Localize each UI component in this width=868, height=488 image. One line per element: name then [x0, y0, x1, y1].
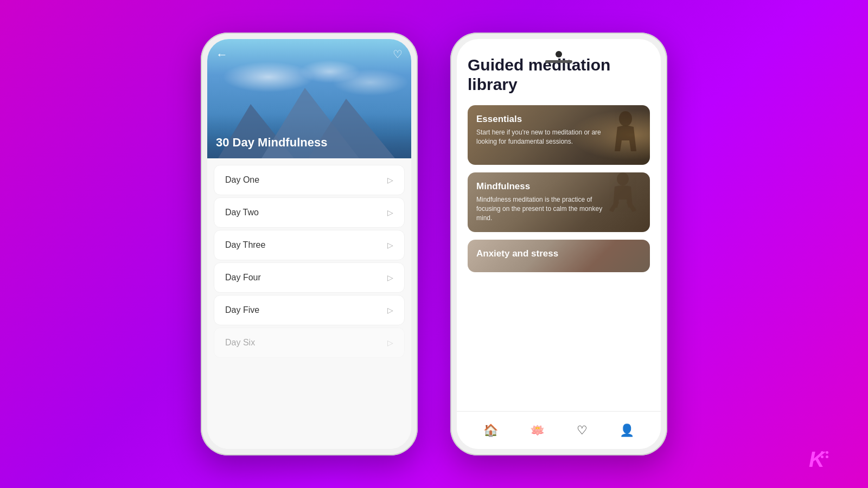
- day-label-3: Day Three: [225, 240, 265, 250]
- essentials-desc: Start here if you're new to meditation o…: [476, 128, 607, 146]
- day-label-4: Day Four: [225, 273, 261, 282]
- phone-2: Guided meditation library Essentials Sta…: [450, 33, 667, 455]
- logo-dot-2: [826, 451, 828, 454]
- favorite-button[interactable]: ♡: [393, 48, 403, 61]
- knowtechie-logo: K: [809, 447, 825, 472]
- home-icon: 🏠: [483, 423, 498, 438]
- nav-profile[interactable]: 👤: [615, 419, 639, 442]
- day-label-5: Day Five: [225, 305, 259, 315]
- nav-favorites[interactable]: ♡: [572, 419, 592, 442]
- library-content: Guided meditation library Essentials Sta…: [457, 39, 661, 411]
- play-icon-3[interactable]: ▷: [387, 241, 393, 249]
- play-icon-5[interactable]: ▷: [387, 306, 393, 314]
- days-list: Day One ▷ Day Two ▷ Day Three ▷ Day Four…: [207, 158, 411, 449]
- phone-2-screen: Guided meditation library Essentials Sta…: [457, 39, 661, 449]
- day-item-6: Day Six ▷: [214, 328, 405, 358]
- day-item-4[interactable]: Day Four ▷: [214, 262, 405, 293]
- back-button[interactable]: ←: [216, 48, 228, 62]
- favorites-icon: ♡: [577, 423, 588, 438]
- day-label-6: Day Six: [225, 338, 255, 348]
- card-anxiety-content: Anxiety and stress: [468, 240, 650, 271]
- logo-dot-4: [826, 455, 828, 458]
- essentials-title: Essentials: [476, 114, 641, 125]
- phone-2-speaker: [545, 60, 572, 63]
- screen-2-content: Guided meditation library Essentials Sta…: [457, 39, 661, 449]
- bottom-navigation: 🏠 🪷 ♡ 👤: [457, 411, 661, 449]
- card-essentials-content: Essentials Start here if you're new to m…: [468, 105, 650, 155]
- anxiety-title: Anxiety and stress: [476, 248, 641, 259]
- phone-1-screen: ← ♡ 30 Day Mindfulness Day One ▷ Day Two…: [207, 39, 411, 449]
- card-mindfulness[interactable]: Mindfulness Mindfulness meditation is th…: [468, 172, 650, 232]
- day-item-5[interactable]: Day Five ▷: [214, 295, 405, 325]
- day-item-2[interactable]: Day Two ▷: [214, 197, 405, 228]
- play-icon-4[interactable]: ▷: [387, 273, 393, 282]
- phone-1: ← ♡ 30 Day Mindfulness Day One ▷ Day Two…: [201, 33, 418, 455]
- day-item-1[interactable]: Day One ▷: [214, 165, 405, 195]
- nav-meditate[interactable]: 🪷: [526, 419, 549, 442]
- play-icon-6: ▷: [387, 338, 393, 347]
- profile-icon: 👤: [620, 423, 634, 438]
- card-essentials[interactable]: Essentials Start here if you're new to m…: [468, 105, 650, 165]
- day-item-3[interactable]: Day Three ▷: [214, 230, 405, 260]
- phones-container: ← ♡ 30 Day Mindfulness Day One ▷ Day Two…: [201, 33, 667, 455]
- mindfulness-desc: Mindfulness meditation is the practice o…: [476, 195, 607, 222]
- card-anxiety[interactable]: Anxiety and stress: [468, 240, 650, 272]
- screen-1-content: ← ♡ 30 Day Mindfulness Day One ▷ Day Two…: [207, 39, 411, 449]
- nav-home[interactable]: 🏠: [479, 419, 502, 442]
- phone-2-camera: [556, 51, 562, 57]
- meditate-icon: 🪷: [530, 423, 545, 438]
- day-label-2: Day Two: [225, 208, 259, 217]
- course-title: 30 Day Mindfulness: [216, 136, 327, 150]
- play-icon-1[interactable]: ▷: [387, 176, 393, 184]
- day-label-1: Day One: [225, 175, 259, 185]
- play-icon-2[interactable]: ▷: [387, 208, 393, 217]
- card-mindfulness-content: Mindfulness Mindfulness meditation is th…: [468, 172, 650, 231]
- mindfulness-title: Mindfulness: [476, 181, 641, 192]
- hero-banner: ← ♡ 30 Day Mindfulness: [207, 39, 411, 158]
- phone-2-top-bar: [545, 47, 572, 63]
